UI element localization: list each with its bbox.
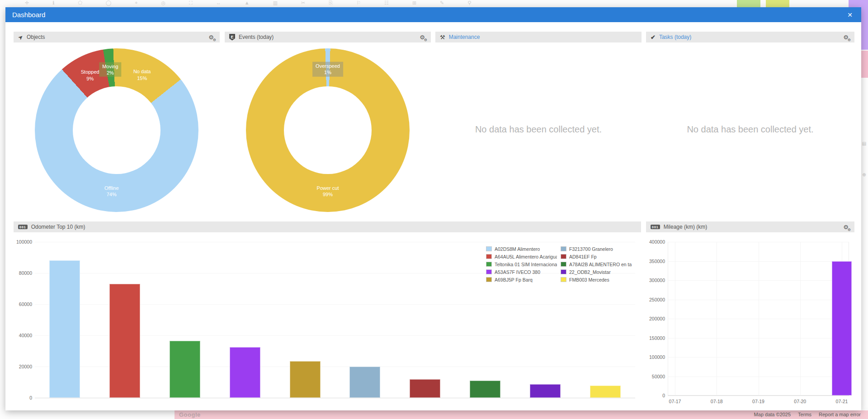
y-axis-tick: 80000 bbox=[14, 270, 32, 276]
maintenance-tools-icon: ⚒ bbox=[440, 34, 445, 40]
tasks-panel-title-link[interactable]: Tasks (today) bbox=[659, 34, 691, 40]
legend-label: FMB003 Mercedes bbox=[569, 277, 609, 282]
legend-label: AD841EF Fp bbox=[569, 254, 597, 259]
legend-swatch bbox=[486, 246, 492, 251]
map-toolbar-icon: ◎ bbox=[161, 0, 165, 6]
map-toolbar-icon: ◯ bbox=[106, 0, 111, 6]
objects-slice-label[interactable]: Moving2% bbox=[99, 62, 121, 77]
map-toolbar-icon: ⬠ bbox=[78, 0, 82, 6]
google-logo: Google bbox=[179, 411, 201, 418]
objects-slice-label[interactable]: No data15% bbox=[130, 67, 154, 82]
y-axis-tick: 100000 bbox=[14, 239, 32, 245]
legend-item[interactable]: A02DS8M Alimentero bbox=[486, 246, 557, 252]
legend-label: A69BJ5P Fp Barq bbox=[495, 277, 533, 282]
page: ✛ℹ⬠◯⌖◎⛶↔▲▥✂⎘⚐☷⊞✎⚲ ▤ ⊕ Google Map data ©2… bbox=[0, 0, 868, 419]
objects-panel-header: ➤ Objects ⚙⚙ bbox=[14, 32, 220, 42]
map-toolbar-icon: ▲ bbox=[245, 0, 250, 6]
y-axis-tick: 0 bbox=[14, 395, 32, 400]
mileage-chart: 0500001000001500002000002500003000003500… bbox=[646, 232, 854, 409]
x-axis-tick: 07-19 bbox=[752, 399, 764, 404]
events-slice-label[interactable]: Overspeed1% bbox=[312, 62, 343, 77]
objects-settings-gear-icon[interactable]: ⚙⚙ bbox=[207, 34, 215, 41]
mileage-panel: 001 Mileage (km) (km) ⚙⚙ 050000100000150… bbox=[646, 221, 854, 409]
legend-item[interactable]: A64AU5L Alimentero Acarigua bbox=[486, 254, 557, 259]
legend-swatch bbox=[486, 269, 492, 274]
map-toolbar-icons: ✛ℹ⬠◯⌖◎⛶↔▲▥✂⎘⚐☷⊞✎⚲ bbox=[25, 0, 471, 6]
maintenance-panel: ⚒ Maintenance No data has been collected… bbox=[435, 32, 642, 216]
odometer-bar[interactable] bbox=[410, 379, 440, 398]
x-axis-tick: 07-20 bbox=[794, 399, 806, 404]
odometer-panel-header: 001 Odometer Top 10 (km) bbox=[14, 221, 641, 232]
legend-item[interactable]: A69BJ5P Fp Barq bbox=[486, 277, 557, 282]
location-arrow-icon: ➤ bbox=[17, 33, 24, 41]
map-toolbar-icon: ✛ bbox=[25, 0, 29, 6]
legend-swatch bbox=[561, 254, 566, 259]
maintenance-panel-title-link[interactable]: Maintenance bbox=[449, 34, 480, 40]
events-panel-title: Events (today) bbox=[239, 34, 274, 40]
y-axis-tick: 400000 bbox=[646, 239, 665, 245]
map-data-label: Map data ©2025 bbox=[754, 412, 791, 417]
odometer-bar[interactable] bbox=[49, 260, 80, 398]
odometer-bar[interactable] bbox=[470, 381, 500, 398]
map-rail-icon: ▤ bbox=[860, 141, 868, 146]
map-toolbar-icon: ⚲ bbox=[467, 0, 471, 6]
y-axis-tick: 350000 bbox=[646, 259, 665, 264]
map-toolbar-icon: ▥ bbox=[273, 0, 278, 6]
terms-link[interactable]: Terms bbox=[798, 412, 811, 417]
odometer-legend: A02DS8M AlimenteroA64AU5L Alimentero Aca… bbox=[486, 245, 632, 283]
odometer-bar[interactable] bbox=[590, 386, 621, 398]
dashboard-modal: Dashboard ✕ ➤ Objects ⚙⚙ Stopped9%Moving… bbox=[5, 7, 861, 410]
legend-item[interactable]: A53AS7F IVECO 380 bbox=[486, 269, 557, 275]
mileage-panel-title: Mileage (km) (km) bbox=[664, 224, 708, 230]
mileage-bar-07-21[interactable] bbox=[832, 261, 852, 396]
objects-panel-body: Stopped9%Moving2%No data15%Offline74% bbox=[14, 42, 220, 216]
x-axis-tick: 07-17 bbox=[669, 399, 681, 404]
legend-item[interactable]: FMB003 Mercedes bbox=[561, 277, 632, 282]
legend-label: F3213700 Granelero bbox=[569, 246, 613, 252]
events-slice-label[interactable]: Power cut99% bbox=[314, 184, 342, 199]
legend-swatch bbox=[561, 269, 566, 274]
objects-slice-label[interactable]: Offline74% bbox=[101, 184, 122, 198]
map-attribution: Map data ©2025 Terms Report a map error bbox=[754, 412, 861, 417]
dashboard-modal-body: ➤ Objects ⚙⚙ Stopped9%Moving2%No data15%… bbox=[5, 22, 861, 410]
legend-item[interactable]: AD841EF Fp bbox=[561, 254, 632, 259]
odometer-icon: 001 bbox=[18, 225, 28, 229]
odometer-bar[interactable] bbox=[290, 361, 321, 398]
map-toolbar-icon: ☷ bbox=[384, 0, 389, 6]
maintenance-empty-message: No data has been collected yet. bbox=[435, 124, 642, 135]
legend-swatch bbox=[561, 246, 566, 251]
tasks-settings-gear-icon[interactable]: ⚙⚙ bbox=[842, 34, 850, 41]
legend-item[interactable]: 22_ODB2_Movistar bbox=[561, 269, 632, 275]
objects-panel-title: Objects bbox=[27, 34, 45, 40]
y-axis-tick: 60000 bbox=[14, 301, 32, 307]
odometer-bar[interactable] bbox=[349, 367, 380, 398]
tasks-panel-header: ✔ Tasks (today) ⚙⚙ bbox=[646, 32, 854, 42]
legend-label: A02DS8M Alimentero bbox=[495, 246, 540, 252]
odometer-bar[interactable] bbox=[530, 384, 561, 398]
events-settings-gear-icon[interactable]: ⚙⚙ bbox=[418, 34, 426, 41]
odometer-bar[interactable] bbox=[109, 284, 140, 398]
map-toolbar-icon: ✂ bbox=[301, 0, 305, 6]
background-green-button bbox=[737, 0, 760, 7]
legend-item[interactable]: A78AI2B ALIMENTERO en taller bbox=[561, 262, 632, 267]
map-rail-icon: ⊕ bbox=[860, 172, 868, 177]
map-toolbar-icon: ⎘ bbox=[329, 0, 333, 6]
dashboard-modal-header: Dashboard ✕ bbox=[5, 7, 861, 22]
odometer-bar[interactable] bbox=[170, 341, 200, 398]
odometer-bar[interactable] bbox=[230, 347, 260, 398]
tasks-check-icon: ✔ bbox=[651, 34, 656, 41]
map-toolbar-icon: ⊞ bbox=[412, 0, 416, 6]
mileage-settings-gear-icon[interactable]: ⚙⚙ bbox=[842, 224, 850, 231]
legend-item[interactable]: Teltonika 01 SIM Internacional bbox=[486, 262, 557, 267]
report-map-error-link[interactable]: Report a map error bbox=[819, 412, 861, 417]
legend-label: A64AU5L Alimentero Acarigua bbox=[495, 254, 557, 259]
legend-item[interactable]: F3213700 Granelero bbox=[561, 246, 632, 252]
close-icon[interactable]: ✕ bbox=[845, 11, 854, 19]
y-axis-tick: 0 bbox=[646, 393, 665, 398]
events-panel: E Events (today) ⚙⚙ Overspeed1%Power cut… bbox=[225, 32, 431, 216]
y-axis-tick: 50000 bbox=[646, 374, 665, 379]
maintenance-panel-header: ⚒ Maintenance bbox=[435, 32, 642, 42]
events-panel-header: E Events (today) ⚙⚙ bbox=[225, 32, 431, 42]
background-lime-button bbox=[766, 0, 789, 7]
x-axis-tick: 07-21 bbox=[836, 399, 848, 404]
